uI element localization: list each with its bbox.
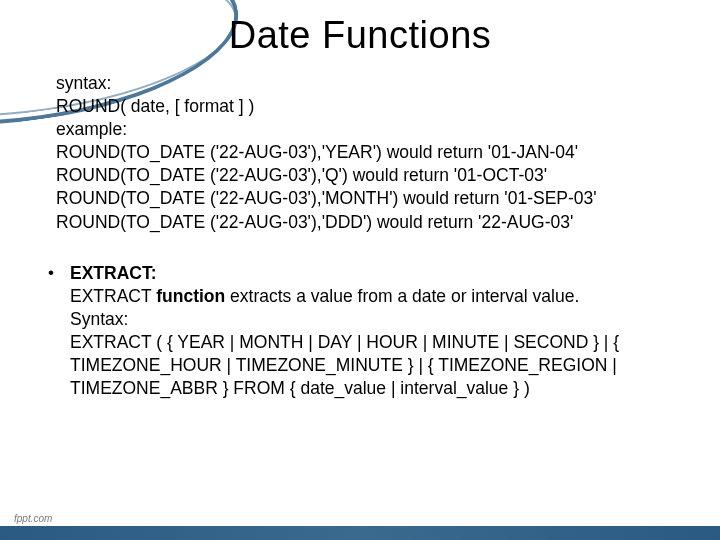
round-example-label: example:: [56, 118, 690, 141]
round-syntax-text: ROUND( date, [ format ] ): [56, 95, 690, 118]
footer-bar: [0, 526, 720, 540]
round-example-1: ROUND(TO_DATE ('22-AUG-03'),'YEAR') woul…: [56, 141, 690, 164]
extract-syntax-text: EXTRACT ( { YEAR | MONTH | DAY | HOUR | …: [70, 331, 690, 400]
content-area: syntax: ROUND( date, [ format ] ) exampl…: [48, 72, 690, 400]
round-syntax-label: syntax:: [56, 72, 690, 95]
extract-desc-pre: EXTRACT: [70, 286, 156, 306]
footer-attribution: fppt.com: [14, 513, 52, 524]
round-example-3: ROUND(TO_DATE ('22-AUG-03'),'MONTH') wou…: [56, 187, 690, 210]
bullet-icon: •: [48, 262, 54, 284]
extract-heading: EXTRACT:: [70, 263, 157, 283]
extract-section: • EXTRACT: EXTRACT function extracts a v…: [48, 262, 690, 401]
round-example-4: ROUND(TO_DATE ('22-AUG-03'),'DDD') would…: [56, 211, 690, 234]
extract-desc-post: extracts a value from a date or interval…: [225, 286, 579, 306]
round-example-2: ROUND(TO_DATE ('22-AUG-03'),'Q') would r…: [56, 164, 690, 187]
extract-description: EXTRACT function extracts a value from a…: [70, 285, 690, 308]
page-title: Date Functions: [0, 14, 720, 57]
extract-syntax-label: Syntax:: [70, 308, 690, 331]
extract-desc-bold: function: [156, 286, 225, 306]
round-section: syntax: ROUND( date, [ format ] ) exampl…: [56, 72, 690, 234]
